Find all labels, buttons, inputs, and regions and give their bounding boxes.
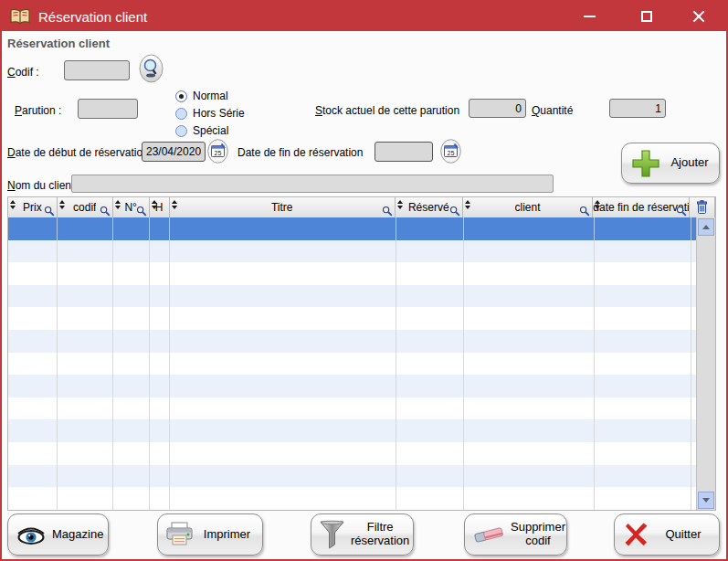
column-header-codif[interactable]: codif bbox=[58, 197, 113, 217]
header-search-icon[interactable] bbox=[579, 206, 590, 217]
table-cell bbox=[58, 465, 113, 488]
quitter-button[interactable]: Quitter bbox=[614, 513, 720, 556]
table-cell bbox=[170, 353, 396, 376]
header-search-icon[interactable] bbox=[676, 206, 687, 217]
table-cell bbox=[170, 465, 396, 488]
table-row[interactable] bbox=[8, 285, 715, 308]
table-cell bbox=[58, 307, 113, 330]
date-end-calendar-button[interactable]: 25 bbox=[440, 139, 461, 166]
codif-input[interactable] bbox=[64, 60, 130, 80]
table-cell bbox=[396, 240, 464, 263]
column-header-label: Réservé bbox=[408, 201, 449, 214]
table-row[interactable] bbox=[8, 240, 715, 263]
table-cell bbox=[464, 397, 595, 420]
table-cell bbox=[58, 375, 113, 397]
radio-normal-label: Normal bbox=[193, 90, 228, 102]
table-cell bbox=[170, 487, 396, 510]
column-header-date-fin-de-r-servation[interactable]: date fin de réservation bbox=[593, 197, 690, 217]
date-start-calendar-button[interactable]: 25 bbox=[207, 139, 228, 166]
header-search-icon[interactable] bbox=[100, 206, 111, 217]
column-header-n[interactable]: N° bbox=[113, 197, 150, 217]
header-search[interactable] bbox=[449, 206, 460, 217]
table-cell bbox=[595, 487, 691, 510]
table-row[interactable] bbox=[8, 330, 715, 353]
radio-option-normal[interactable]: Normal bbox=[175, 90, 228, 102]
imprimer-button[interactable]: Imprimer bbox=[157, 513, 263, 556]
header-search[interactable] bbox=[100, 206, 111, 217]
add-button-label: Ajouter bbox=[668, 156, 712, 170]
header-search-icon[interactable] bbox=[44, 206, 55, 217]
minimize-button[interactable] bbox=[569, 2, 609, 31]
header-search-icon[interactable] bbox=[136, 206, 147, 217]
column-header-h[interactable]: H bbox=[150, 197, 170, 217]
svg-text:25: 25 bbox=[448, 150, 455, 156]
column-header-r-serv[interactable]: Réservé bbox=[396, 197, 463, 217]
radio-special[interactable] bbox=[175, 125, 187, 137]
header-search[interactable] bbox=[579, 206, 590, 217]
magazine-button[interactable]: Magazine bbox=[7, 513, 109, 556]
table-cell bbox=[595, 442, 691, 465]
table-cell bbox=[464, 442, 595, 465]
table-row[interactable] bbox=[8, 442, 715, 465]
table-cell bbox=[170, 217, 396, 240]
scroll-down-button[interactable] bbox=[698, 492, 714, 509]
table-cell bbox=[150, 240, 170, 263]
table-cell bbox=[464, 262, 595, 285]
table-row[interactable] bbox=[8, 419, 715, 442]
table-row[interactable] bbox=[8, 375, 715, 397]
table-row[interactable] bbox=[8, 487, 715, 510]
table-cell bbox=[8, 442, 58, 465]
table-cell bbox=[595, 307, 691, 330]
column-header-prix[interactable]: Prix bbox=[8, 197, 58, 217]
radio-hors-serie[interactable] bbox=[175, 108, 187, 120]
table-row[interactable] bbox=[8, 353, 715, 376]
header-search[interactable] bbox=[136, 206, 147, 217]
supprimer-codif-button[interactable]: Supprimer codif bbox=[464, 513, 567, 556]
radio-option-hors-serie[interactable]: Hors Série bbox=[175, 107, 245, 120]
imprimer-button-label: Imprimer bbox=[199, 528, 255, 542]
scroll-up-button[interactable] bbox=[698, 218, 714, 236]
table-cell bbox=[170, 375, 396, 397]
printer-icon bbox=[165, 522, 194, 547]
filtre-reservation-button[interactable]: Filtre réservation bbox=[311, 513, 414, 556]
table-cell bbox=[8, 262, 58, 285]
column-header-label: Titre bbox=[271, 201, 293, 214]
radio-normal[interactable] bbox=[175, 90, 187, 102]
table-row[interactable] bbox=[8, 307, 715, 330]
eye-icon bbox=[16, 524, 47, 545]
date-start-input[interactable] bbox=[142, 142, 206, 162]
client-name-input[interactable] bbox=[71, 175, 554, 193]
table-cell bbox=[595, 397, 691, 420]
column-header-delete[interactable] bbox=[690, 197, 715, 217]
reservation-client-window: Réservation client Réservation client Co… bbox=[0, 0, 728, 561]
table-cell bbox=[396, 375, 464, 397]
table-cell bbox=[8, 465, 58, 488]
table-cell bbox=[464, 419, 595, 442]
quantity-input[interactable] bbox=[609, 99, 666, 118]
column-header-client[interactable]: client bbox=[463, 197, 594, 217]
table-row[interactable] bbox=[8, 262, 715, 285]
sort-arrows-icon bbox=[10, 200, 17, 209]
column-header-titre[interactable]: Titre bbox=[170, 197, 396, 217]
header-search-icon[interactable] bbox=[449, 206, 460, 217]
close-button[interactable] bbox=[679, 2, 719, 31]
calendar-icon: 25 bbox=[440, 139, 461, 164]
header-search[interactable] bbox=[382, 206, 393, 217]
quitter-button-label: Quitter bbox=[655, 528, 712, 542]
radio-option-special[interactable]: Spécial bbox=[175, 124, 228, 137]
header-search[interactable] bbox=[44, 206, 55, 217]
table-row[interactable] bbox=[8, 465, 715, 488]
header-search-icon[interactable] bbox=[382, 206, 393, 217]
vertical-scrollbar[interactable] bbox=[696, 217, 715, 510]
maximize-button[interactable] bbox=[627, 2, 667, 31]
header-search[interactable] bbox=[676, 206, 687, 217]
date-end-input[interactable] bbox=[375, 142, 433, 162]
stock-input[interactable] bbox=[469, 99, 526, 118]
table-row[interactable] bbox=[8, 217, 715, 240]
add-button[interactable]: Ajouter bbox=[621, 143, 720, 184]
table-cell bbox=[58, 487, 113, 510]
parution-input[interactable] bbox=[78, 99, 138, 119]
table-row[interactable] bbox=[8, 397, 715, 420]
codif-search-button[interactable] bbox=[139, 54, 164, 86]
table-cell bbox=[464, 330, 595, 353]
